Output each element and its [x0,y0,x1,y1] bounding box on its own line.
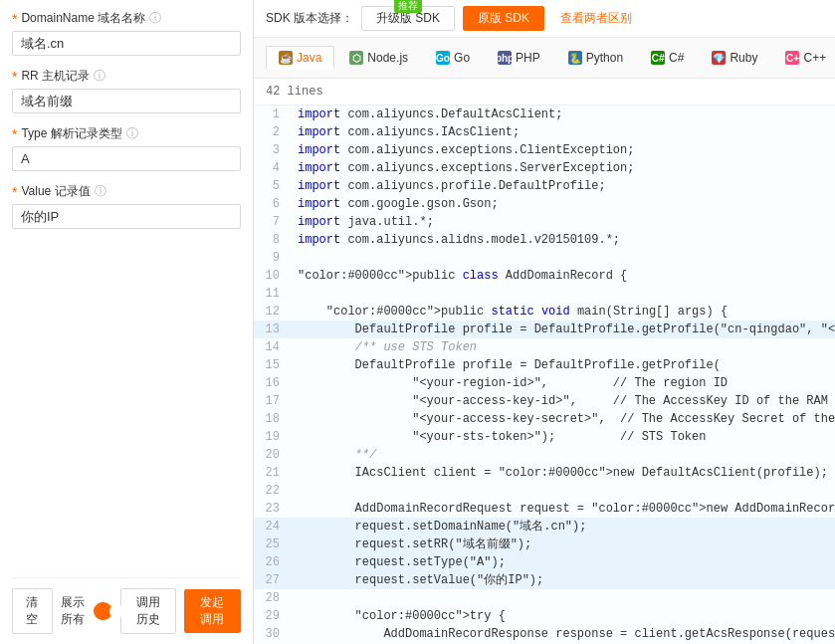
rr-group: * RR 主机记录 ⓘ [12,68,241,113]
right-panel: SDK 版本选择： 推荐 升级版 SDK 原版 SDK 查看两者区别 ☕ Jav… [254,0,835,644]
domain-name-input[interactable] [12,31,241,56]
java-icon: ☕ [279,51,293,65]
ruby-icon: 💎 [712,51,726,65]
required-dot: * [12,12,17,26]
csharp-icon: C# [651,51,665,65]
nodejs-icon: ⬡ [349,51,363,65]
code-lines: 1import com.aliyuncs.DefaultAcsClient;2i… [254,106,835,644]
code-line-15: 15 DefaultProfile profile = DefaultProfi… [254,356,835,374]
rr-dot: * [12,70,17,84]
tab-cpp[interactable]: C+ C++ [772,46,835,70]
code-line-1: 1import com.aliyuncs.DefaultAcsClient; [254,106,835,123]
upgrade-sdk-button[interactable]: 推荐 升级版 SDK [361,6,455,31]
code-line-9: 9 [254,249,835,267]
code-line-18: 18 "<your-access-key-secret>", // The Ac… [254,410,835,428]
type-info-icon[interactable]: ⓘ [126,125,138,142]
code-line-28: 28 [254,589,835,607]
language-tabs: ☕ Java ⬡ Node.js Go Go php PHP 🐍 Python … [254,38,835,79]
type-group: * Type 解析记录类型 ⓘ [12,125,241,171]
code-line-6: 6import com.google.gson.Gson; [254,195,835,213]
rr-input[interactable] [12,89,241,113]
tab-csharp[interactable]: C# C# [638,46,697,70]
value-label: * Value 记录值 ⓘ [12,183,241,200]
value-dot: * [12,185,17,199]
value-input[interactable] [12,204,241,229]
clear-button[interactable]: 清空 [12,588,53,634]
python-icon: 🐍 [568,51,582,65]
tab-ruby[interactable]: 💎 Ruby [699,46,770,70]
tab-java[interactable]: ☕ Java [266,46,334,70]
upgrade-badge: 推荐 [394,0,422,13]
submit-button[interactable]: 发起调用 [184,589,242,633]
tab-python[interactable]: 🐍 Python [555,46,636,70]
code-line-2: 2import com.aliyuncs.IAcsClient; [254,123,835,141]
code-line-19: 19 "<your-sts-token>"); // STS Token [254,428,835,446]
show-all-toggle[interactable] [94,602,112,620]
code-line-16: 16 "<your-region-id>", // The region ID [254,374,835,392]
type-input[interactable] [12,146,241,171]
php-icon: php [498,51,512,65]
code-line-5: 5import com.aliyuncs.profile.DefaultProf… [254,177,835,195]
rr-label: * RR 主机记录 ⓘ [12,68,241,85]
type-label: * Type 解析记录类型 ⓘ [12,125,241,142]
show-all-label: 展示所有 [61,594,89,628]
code-line-25: 25 request.setRR("域名前缀"); [254,536,835,553]
tab-nodejs[interactable]: ⬡ Node.js [336,46,421,70]
go-icon: Go [436,51,450,65]
code-line-11: 11 [254,285,835,303]
code-line-30: 30 AddDomainRecordResponse response = cl… [254,625,835,643]
code-line-26: 26 request.setType("A"); [254,553,835,571]
original-sdk-button[interactable]: 原版 SDK [463,6,544,31]
domain-name-label: * DomainName 域名名称 ⓘ [12,10,241,27]
left-panel: * DomainName 域名名称 ⓘ * RR 主机记录 ⓘ * Type 解… [0,0,254,644]
history-button[interactable]: 调用历史 [120,588,176,634]
domain-name-info-icon[interactable]: ⓘ [149,10,161,27]
code-line-27: 27 request.setValue("你的IP"); [254,571,835,589]
type-dot: * [12,127,17,141]
show-all-toggle-wrap: 展示所有 [61,594,112,628]
code-line-8: 8import com.aliyuncs.alidns.model.v20150… [254,231,835,249]
code-line-12: 12 "color:#0000cc">public static void ma… [254,303,835,321]
sdk-compare-link[interactable]: 查看两者区别 [560,10,632,27]
code-line-22: 22 [254,482,835,500]
sdk-bar: SDK 版本选择： 推荐 升级版 SDK 原版 SDK 查看两者区别 [254,0,835,38]
value-info-icon[interactable]: ⓘ [95,183,106,200]
value-group: * Value 记录值 ⓘ [12,183,241,229]
code-line-17: 17 "<your-access-key-id>", // The Access… [254,392,835,410]
cpp-icon: C+ [785,51,799,65]
code-header: 42 lines [254,79,835,106]
code-line-20: 20 **/ [254,446,835,464]
code-line-7: 7import java.util.*; [254,213,835,231]
domain-name-group: * DomainName 域名名称 ⓘ [12,10,241,56]
tab-php[interactable]: php PHP [485,46,553,70]
code-line-29: 29 "color:#0000cc">try { [254,607,835,625]
code-line-4: 4import com.aliyuncs.exceptions.ServerEx… [254,159,835,177]
code-line-13: 13 DefaultProfile profile = DefaultProfi… [254,321,835,338]
code-line-23: 23 AddDomainRecordRequest request = "col… [254,500,835,518]
code-line-3: 3import com.aliyuncs.exceptions.ClientEx… [254,141,835,159]
toggle-slider [94,602,112,620]
code-line-10: 10"color:#0000cc">public class AddDomain… [254,267,835,285]
code-line-14: 14 /** use STS Token [254,338,835,356]
tab-go[interactable]: Go Go [423,46,483,70]
code-area[interactable]: 42 lines 1import com.aliyuncs.DefaultAcs… [254,79,835,644]
lines-count: 42 lines [266,85,323,99]
bottom-bar: 清空 展示所有 调用历史 发起调用 [12,577,241,634]
code-line-24: 24 request.setDomainName("域名.cn"); [254,518,835,536]
code-line-21: 21 IAcsClient client = "color:#0000cc">n… [254,464,835,482]
sdk-bar-label: SDK 版本选择： [266,10,353,27]
rr-info-icon[interactable]: ⓘ [94,68,105,85]
